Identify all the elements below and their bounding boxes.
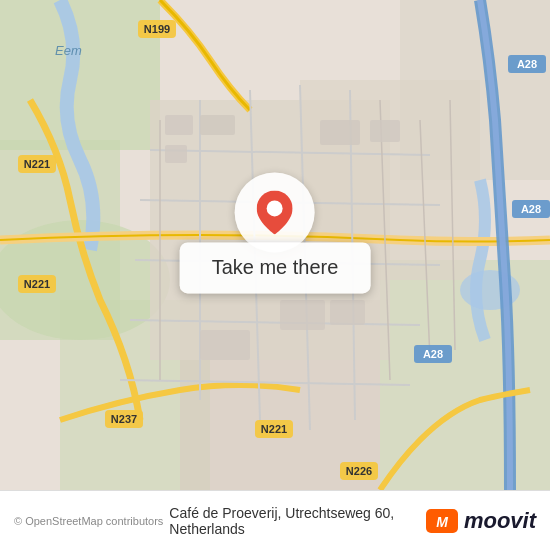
svg-text:Eem: Eem: [55, 43, 82, 58]
moovit-icon: M: [424, 507, 460, 535]
svg-rect-9: [400, 0, 550, 180]
svg-text:M: M: [436, 514, 448, 530]
svg-rect-44: [200, 115, 235, 135]
moovit-logo: M moovit: [424, 507, 536, 535]
bottom-bar: © OpenStreetMap contributors Café de Pro…: [0, 490, 550, 550]
svg-text:A28: A28: [423, 348, 443, 360]
svg-text:A28: A28: [521, 203, 541, 215]
svg-rect-50: [200, 330, 250, 360]
svg-text:N221: N221: [24, 158, 50, 170]
location-pin-circle: [235, 172, 315, 252]
svg-text:N237: N237: [111, 413, 137, 425]
svg-rect-43: [165, 115, 193, 135]
svg-point-51: [267, 200, 283, 216]
button-overlay: Take me there: [180, 172, 371, 293]
svg-rect-1: [0, 0, 160, 150]
place-info: Café de Proeverij, Utrechtseweg 60, Neth…: [169, 505, 424, 537]
svg-text:N221: N221: [24, 278, 50, 290]
svg-rect-45: [165, 145, 187, 163]
take-me-there-button[interactable]: Take me there: [180, 242, 371, 293]
svg-text:N199: N199: [144, 23, 170, 35]
svg-text:N226: N226: [346, 465, 372, 477]
svg-text:A28: A28: [517, 58, 537, 70]
pin-icon: [257, 190, 293, 234]
svg-rect-47: [370, 120, 400, 142]
map-container: N199 N221 N221 N221 N237 A28 A28 A28 N22…: [0, 0, 550, 490]
map-attribution: © OpenStreetMap contributors: [14, 515, 163, 527]
svg-rect-48: [280, 300, 325, 330]
attribution-text: © OpenStreetMap contributors: [14, 515, 163, 527]
svg-text:N221: N221: [261, 423, 287, 435]
moovit-brand-text: moovit: [464, 508, 536, 534]
svg-rect-46: [320, 120, 360, 145]
svg-rect-49: [330, 300, 365, 325]
